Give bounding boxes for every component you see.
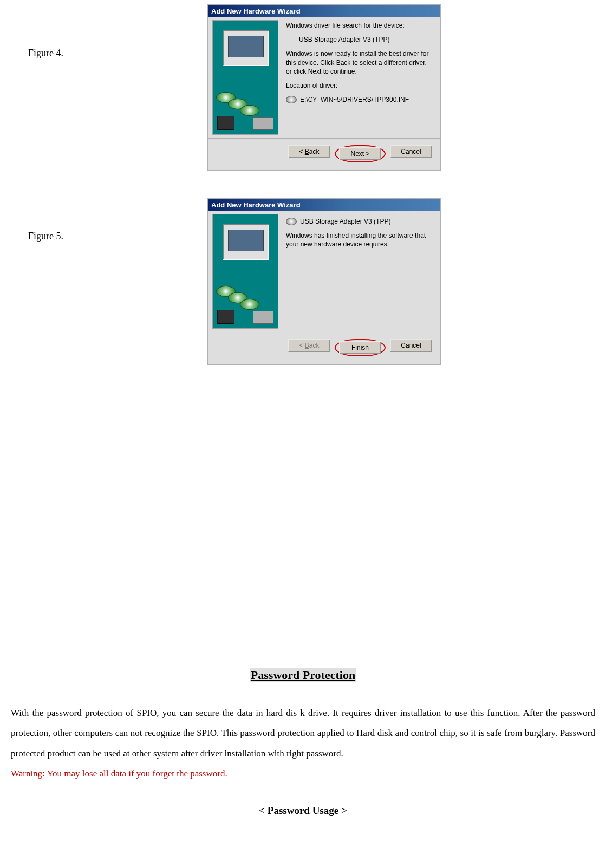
monitor-icon (223, 30, 269, 66)
monitor-icon (223, 224, 269, 260)
floppy-icon (217, 310, 234, 324)
wizard-sidebar-graphic (212, 20, 278, 135)
cd-icon (240, 105, 259, 116)
section-heading: Password Protection (250, 668, 356, 682)
back-button: < Back (288, 339, 330, 352)
dialog-titlebar: Add New Hardware Wizard (208, 5, 440, 17)
back-button-label: < Back (299, 148, 319, 155)
wizard-finished-text: Windows has finished installing the soft… (286, 231, 433, 249)
wizard-ready-text: Windows is now ready to install the best… (286, 49, 433, 76)
floppy-icon (217, 116, 234, 130)
device-name: USB Storage Adapter V3 (TPP) (286, 35, 433, 44)
location-label: Location of driver: (286, 81, 433, 90)
device-icon (286, 218, 297, 225)
cd-icon (240, 299, 259, 310)
wizard-search-text: Windows driver file search for the devic… (286, 21, 433, 30)
figure-5-caption: Figure 5. (11, 198, 207, 242)
cancel-button[interactable]: Cancel (390, 339, 432, 352)
wizard-dialog-4: Add New Hardware Wizard Windows driver f… (207, 4, 441, 171)
driver-path: E:\CY_WIN~5\DRIVERS\TPP300.INF (300, 95, 409, 104)
highlight-circle: Next > (335, 145, 386, 162)
warning-text: Warning: You may lose all data if you fo… (11, 768, 227, 779)
figure-4-caption: Figure 4. (11, 4, 207, 59)
body-paragraph: With the password protection of SPIO, yo… (11, 708, 595, 759)
device-name: USB Storage Adapter V3 (TPP) (300, 217, 390, 226)
highlight-circle: Finish (335, 339, 386, 356)
drive-icon (286, 96, 297, 103)
hdd-icon (253, 311, 273, 324)
wizard-dialog-5: Add New Hardware Wizard USB Storage Ad (207, 198, 441, 365)
cancel-button[interactable]: Cancel (390, 145, 432, 158)
wizard-sidebar-graphic (212, 214, 278, 329)
next-button[interactable]: Next > (339, 147, 381, 160)
back-button[interactable]: < Back (288, 145, 330, 158)
finish-button[interactable]: Finish (339, 341, 381, 354)
dialog-titlebar: Add New Hardware Wizard (208, 199, 440, 211)
sub-heading: < Password Usage > (11, 805, 595, 817)
hdd-icon (253, 117, 273, 130)
back-button-label: < Back (299, 342, 319, 349)
